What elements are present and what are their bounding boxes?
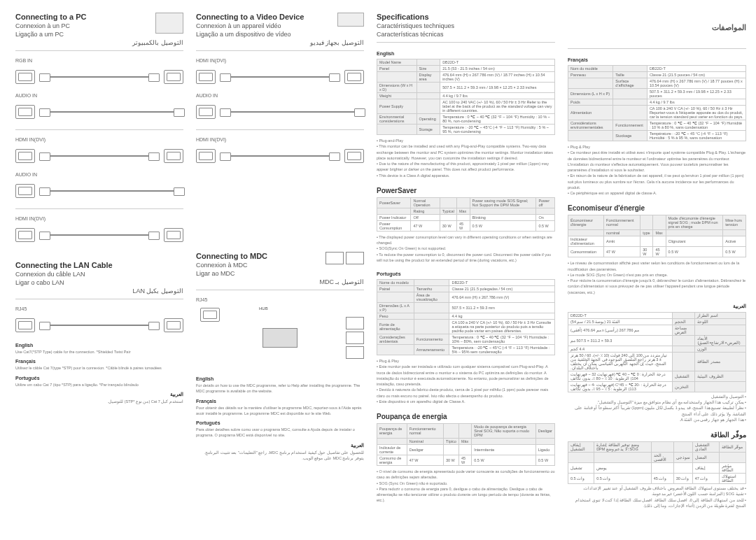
mdc-fr-lbl: Français [196,399,364,404]
cell [613,89,648,99]
cell: Blinking [470,214,536,220]
cell [536,208,555,214]
cell: Model Name [377,59,417,66]
mdc-ar-txt: للحصول على تفاصيل حول كيفية استخدام برنا… [196,450,364,462]
cell: Considerações ambientais [377,334,414,345]
cell [414,320,449,334]
cell: 0.5 W [666,247,723,257]
cell [653,236,666,247]
cell: وضع توفير الطاقة إشارة SOG؛ لا يدعم وضع … [594,442,652,453]
lan-ar-lbl: العربية [15,392,183,397]
cell: Temperature : 0 ℃ ~ 40 ℃ (32 °F ~ 104 °F… [440,114,555,125]
power-en-title: PowerSaver [377,187,555,194]
cell [458,424,471,439]
cell: Painel [377,286,414,292]
cell: 47 W [604,247,640,257]
cell: Modo de poupança de energia Sinal SOG; N… [472,424,536,439]
lan-ar-txt: استخدم كبل Cat 7 (من نوع *STP) للتوصيل. [15,399,183,404]
note-item: Plug & Play [568,144,746,150]
spec-fr-table: Nom du modèleDB22D-TPanneauTailleClasse … [568,65,746,141]
cell: الوزن [695,346,746,352]
cell [568,131,613,141]
cell: Panel [377,66,417,72]
cell: Display area [416,72,440,83]
mdc-en-lbl: English [196,376,364,381]
cell [673,312,695,318]
col-video: Connecting to a Video Device Connexion à… [196,13,364,527]
cell: Temperatura : -20 ℃ ~ 45°C (-4 °F ~ 113 … [449,345,555,355]
spec-title: Specifications [377,13,555,21]
cell: Storage [416,125,440,135]
spec-ar-lbl: العربية [568,304,746,309]
port-audio-in-2: AUDIO IN [15,172,183,177]
cell [723,230,746,236]
port-rj45: RJ45 [15,306,183,311]
hub-label: HUB [259,306,268,311]
cell: Alimentation [568,106,613,120]
cell [568,78,613,89]
spec-sub-fr: Caractéristiques techniques [377,22,555,29]
hub-diagram: HUB [196,306,364,369]
lan-pt-lbl: Português [15,376,183,381]
cell: استهلاك الطاقة [719,474,746,484]
cell: Desligar [407,445,443,455]
cell: Max [653,230,666,236]
note-item: Este dispositivo é um aparelho digital d… [377,399,555,404]
cell: اسم الطراز [695,312,746,318]
cell [536,439,554,445]
cell: 507.5 × 311.2 × 59.3 mm [449,303,555,313]
spec-pt-table: Nome do modeloDB22D-TPainelTamanhoClasse… [377,279,555,355]
cell: التشغيل العادي [692,442,719,453]
cell: Power Indicator [377,214,411,220]
pc-sub-pt: Ligação a um PC [15,31,155,38]
cell [568,453,594,463]
cell: Environmental considerations [377,114,417,125]
port-icon [15,105,35,119]
cell: 476.64 mm (H) x 267.786 mm (V) / 18.77 p… [647,78,746,89]
cell: Considérations environnementales [568,120,613,131]
cell [456,197,470,208]
power-pt-notes: O nível de consumo de energia apresentad… [377,469,555,504]
diagram-rj45 [15,313,183,337]
cell [414,303,449,313]
video-audio: AUDIO IN [196,93,364,98]
cell: اللوحة [695,318,746,325]
mdc-sub-pt: Ligar ao MDC [196,270,326,277]
spec-pt-notes: Plug & PlayEste monitor pode ser instala… [377,358,555,404]
cell: Funcionamento [414,334,449,345]
col-pc: Connecting to a PC Connexion à un PC Lig… [15,13,183,527]
cell [416,83,440,93]
mdc-en-txt: For details on how to use the MDC progra… [196,383,364,395]
cell: Max [456,208,470,214]
cell: الحجم [673,318,695,325]
hub-icon [262,328,298,348]
power-en-notes: The displayed power consumption level ca… [377,234,555,263]
cell: DB22D-T [449,280,555,286]
cell: On [536,214,555,220]
cable-icon [41,325,158,326]
note-item: SOG(Sync On Green) is not supported. [377,246,555,251]
note-item: هذا الجهاز هو جهاز رقمي من الفئة A. [568,417,746,422]
monitor-icons [326,252,364,264]
cell [377,72,417,83]
cell: وات 30 [673,474,692,484]
cable-icon [41,111,183,113]
cell: Operating [416,114,440,125]
cell: Fonte de alimentação [377,320,414,334]
lan-en-lbl: English [15,343,183,348]
mdc-ar-lbl: العربية [196,443,364,448]
note-item: التوصيل والتشغيل [568,394,746,399]
cell: درجة الحرارة : -20 ℃ ~ 45°C (فهرنهايت -4… [568,381,673,392]
power-ar-notes: قد يختلف مستوى استهلاك الطاقة المعروض با… [568,485,746,509]
cell: Normal Operation [411,197,440,208]
lan-title: Connecting the LAN Cable [15,261,183,269]
port-icon [196,149,216,163]
cell: إيقاف [692,463,719,474]
connector-icon [344,149,364,163]
port-icon [196,105,216,119]
cell: التشغيل [673,371,695,381]
col-spec-right: المواصفات Français Nom du modèleDB22D-TP… [568,13,746,527]
note-item: This monitor can be installed and used w… [377,143,555,161]
cell [377,292,414,303]
cell: Fonctionnement normal [604,215,640,230]
